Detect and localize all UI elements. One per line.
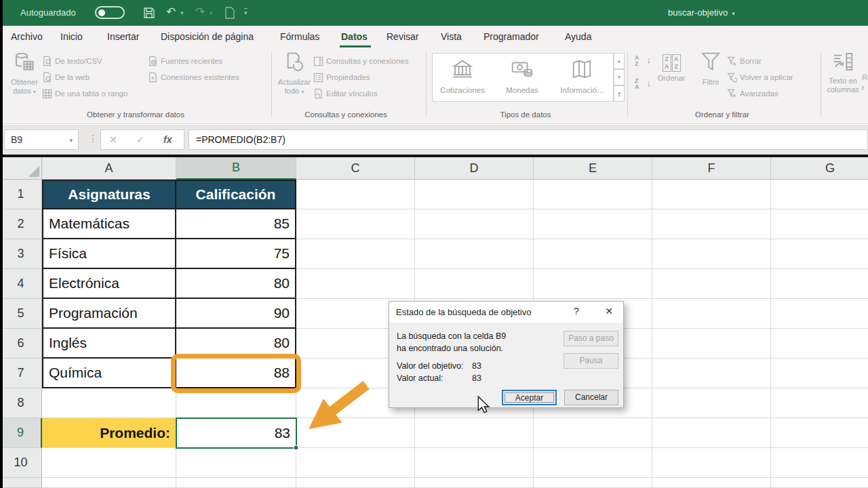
quick-access-toolbar-icon[interactable]: ▾ (244, 8, 248, 16)
column-header-G[interactable]: G (771, 157, 868, 180)
row-header-3[interactable]: 3 (0, 239, 42, 269)
cell-A2[interactable]: Matemáticas (42, 209, 176, 239)
cell-B5[interactable]: 90 (176, 299, 296, 329)
cell-E9[interactable] (534, 418, 652, 448)
cell-C9[interactable] (296, 418, 415, 448)
tab-programador[interactable]: Programador (484, 31, 539, 42)
column-header-B[interactable]: B (176, 157, 296, 180)
cell-C10[interactable] (296, 448, 415, 478)
cell-F7[interactable] (652, 359, 771, 388)
cell-B3[interactable]: 75 (176, 239, 296, 269)
cell-A10[interactable] (42, 448, 176, 478)
cell-D3[interactable] (415, 239, 534, 269)
cell-F10[interactable] (652, 448, 771, 478)
edit-links-button[interactable]: Editar vínculos (313, 87, 377, 100)
tab-revisar[interactable]: Revisar (387, 31, 418, 42)
cell-B6[interactable]: 80 (176, 329, 296, 359)
row-header-7[interactable]: 7 (0, 359, 42, 388)
cell-A5[interactable]: Programación (42, 299, 176, 329)
cell-F3[interactable] (652, 239, 771, 269)
column-header-E[interactable]: E (534, 157, 652, 180)
cell-B10[interactable] (176, 448, 296, 478)
reapply-filter-button[interactable]: Volver a aplicar (727, 70, 793, 84)
close-icon[interactable]: ✕ (601, 306, 617, 317)
cell-G8[interactable] (771, 388, 868, 418)
cell-C3[interactable] (296, 239, 415, 269)
row-header-9[interactable]: 9 (0, 418, 42, 448)
cell-B7[interactable]: 88 (176, 359, 296, 388)
clear-filter-button[interactable]: Borrar (727, 54, 762, 68)
document-title[interactable]: buscar-objetivo▾ (668, 7, 735, 18)
currencies-button[interactable]: Monedas (492, 54, 552, 101)
sort-button[interactable]: ZA AZ Ordenar (652, 52, 690, 83)
cell-E2[interactable] (534, 209, 652, 239)
help-icon[interactable]: ? (570, 306, 583, 317)
from-web-button[interactable]: De la web (42, 70, 90, 84)
cell-E10[interactable] (534, 448, 652, 478)
undo-icon[interactable]: ↶ (166, 5, 176, 19)
tab-inicio[interactable]: Inicio (60, 31, 83, 42)
get-data-button[interactable]: Obtenerdatos ▾ (4, 52, 45, 96)
tab-datos[interactable]: Datos (341, 31, 368, 42)
cell-A6[interactable]: Inglés (42, 329, 176, 359)
cell-B2[interactable]: 85 (176, 209, 296, 239)
cell-G1[interactable] (771, 180, 868, 209)
select-all-corner[interactable] (0, 157, 42, 180)
from-table-range-button[interactable]: De una tabla o rango (42, 87, 127, 100)
cell-B4[interactable]: 80 (176, 269, 296, 299)
tab-archivo[interactable]: Archivo (11, 31, 43, 42)
cell-A4[interactable]: Electrónica (42, 269, 176, 299)
cell-E3[interactable] (534, 239, 652, 269)
cell-C2[interactable] (296, 209, 415, 239)
row-header-2[interactable]: 2 (0, 209, 42, 239)
cell-F2[interactable] (652, 209, 771, 239)
dialog-titlebar[interactable]: Estado de la búsqueda de objetivo ? ✕ (389, 302, 623, 323)
ok-button[interactable]: Aceptar (502, 390, 557, 405)
row-header-6[interactable]: 6 (0, 329, 42, 359)
insert-function-icon[interactable]: fx (163, 134, 172, 145)
row-header-11[interactable] (0, 478, 42, 488)
row-header-10[interactable]: 10 (0, 448, 42, 478)
cell-B1[interactable]: Calificación (176, 180, 296, 209)
cell-A9[interactable]: Promedio: (42, 418, 176, 448)
tab-insertar[interactable]: Insertar (107, 31, 139, 42)
cell-D9[interactable] (415, 418, 534, 448)
cell-F9[interactable] (652, 418, 771, 448)
cell-D4[interactable] (415, 269, 534, 299)
row-header-5[interactable]: 5 (0, 299, 42, 329)
cell-F8[interactable] (652, 388, 771, 418)
cell-G4[interactable] (771, 269, 868, 299)
cell-A1[interactable]: Asignaturas (42, 180, 176, 209)
queries-connections-button[interactable]: Consultas y conexiones (313, 54, 408, 68)
cell-G7[interactable] (771, 359, 868, 388)
cell-G2[interactable] (771, 209, 868, 239)
gallery-more-button[interactable]: ▾ (614, 85, 625, 102)
text-to-columns-button[interactable]: Texto encolumnas (825, 52, 861, 94)
tab-vista[interactable]: Vista (441, 31, 462, 42)
tab-formulas[interactable]: Fórmulas (280, 31, 319, 42)
name-box[interactable]: B9 ▾ (4, 129, 79, 150)
confirm-entry-icon[interactable]: ✓ (136, 134, 144, 145)
cell-F1[interactable] (652, 180, 771, 209)
tab-disposicion[interactable]: Disposición de página (161, 31, 254, 42)
tab-ayuda[interactable]: Ayuda (565, 31, 591, 42)
undo-dropdown-icon[interactable]: ▾ (180, 9, 184, 16)
cell-F4[interactable] (652, 269, 771, 299)
cell-E4[interactable] (534, 269, 652, 299)
row-header-1[interactable]: 1 (0, 180, 42, 209)
cell-F5[interactable] (652, 299, 771, 329)
cell-B8[interactable] (176, 388, 296, 418)
cell-C11[interactable] (296, 478, 415, 488)
information-geography-button[interactable]: Informació... (552, 54, 612, 101)
row-header-8[interactable]: 8 (0, 388, 42, 418)
cell-D10[interactable] (415, 448, 534, 478)
properties-button[interactable]: Propiedades (313, 70, 370, 84)
from-text-csv-button[interactable]: De texto/CSV (42, 54, 102, 68)
save-icon[interactable] (142, 6, 156, 20)
cell-G3[interactable] (771, 239, 868, 269)
cell-B9[interactable]: 83 (176, 418, 296, 448)
cancel-button[interactable]: Cancelar (564, 390, 618, 405)
cell-E1[interactable] (534, 180, 652, 209)
cell-G11[interactable] (771, 478, 868, 488)
column-header-D[interactable]: D (415, 157, 534, 180)
